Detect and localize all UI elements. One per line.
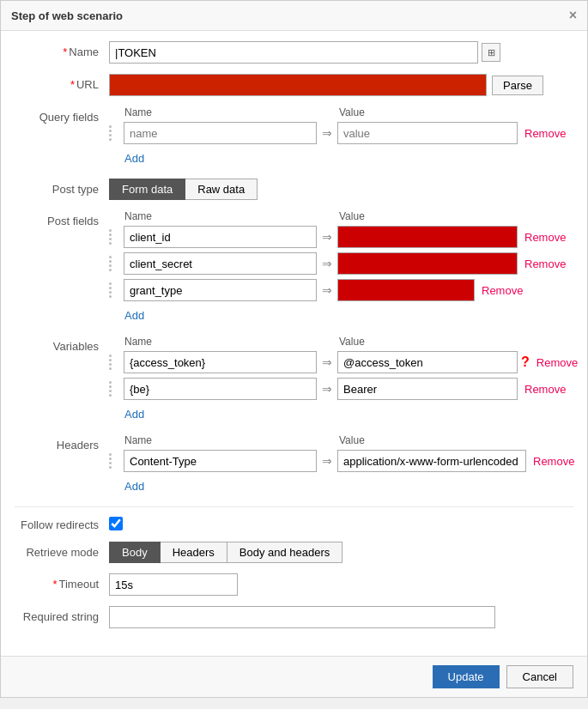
- drag-handle[interactable]: [109, 381, 121, 397]
- post-value-header: Value: [339, 210, 365, 222]
- query-name-input[interactable]: [124, 122, 317, 144]
- retrieve-mode-label: Retrieve mode: [15, 542, 109, 559]
- post-name-header: Name: [109, 210, 315, 222]
- timeout-row: *Timeout: [15, 573, 573, 596]
- drag-handle[interactable]: [109, 453, 121, 469]
- hdr-value-content-type[interactable]: [337, 450, 526, 472]
- post-type-label: Post type: [15, 179, 109, 196]
- post-value-grant-type[interactable]: [337, 279, 475, 301]
- name-input[interactable]: [109, 41, 478, 64]
- post-field-row-grant-type: ⇒ Remove: [109, 279, 573, 301]
- post-name-client-id[interactable]: [124, 226, 317, 248]
- follow-redirects-label: Follow redirects: [15, 514, 109, 531]
- retrieve-headers-button[interactable]: Headers: [161, 542, 227, 563]
- arrow-sep: ⇒: [317, 126, 337, 140]
- dialog-footer: Update Cancel: [1, 656, 587, 697]
- post-type-buttons: Form data Raw data: [109, 179, 573, 200]
- var-value-be[interactable]: [337, 378, 518, 400]
- post-field-row-client-secret: ⇒ Remove: [109, 252, 573, 275]
- post-type-row: Post type Form data Raw data: [15, 179, 573, 200]
- post-type-form-data[interactable]: Form data: [109, 179, 185, 200]
- required-string-row: Required string: [15, 606, 573, 628]
- variables-row: Variables Name Value ⇒ ? Remove: [15, 336, 573, 424]
- question-mark-icon: ?: [521, 354, 530, 370]
- retrieve-mode-row: Retrieve mode Body Headers Body and head…: [15, 542, 573, 563]
- variables-label: Variables: [15, 336, 109, 353]
- hdr-name-content-type[interactable]: [124, 450, 317, 472]
- post-type-raw-data[interactable]: Raw data: [185, 179, 258, 200]
- arrow-sep: ⇒: [317, 382, 337, 396]
- var-row-access-token: ⇒ ? Remove: [109, 351, 578, 373]
- post-fields-label: Post fields: [15, 210, 109, 227]
- query-add-link[interactable]: Add: [109, 152, 144, 165]
- arrow-sep: ⇒: [317, 355, 337, 369]
- var-value-header: Value: [339, 336, 365, 348]
- post-remove-client-id[interactable]: Remove: [524, 231, 566, 244]
- dialog-body: *Name ⊞ *URL Parse: [1, 31, 587, 649]
- cancel-button[interactable]: Cancel: [506, 665, 573, 688]
- follow-redirects-row: Follow redirects: [15, 514, 573, 531]
- arrow-sep: ⇒: [317, 454, 337, 468]
- divider: [15, 506, 573, 507]
- post-add-link[interactable]: Add: [109, 309, 144, 322]
- step-dialog: Step of web scenario × *Name ⊞ *URL: [0, 0, 588, 698]
- required-string-input[interactable]: [109, 606, 495, 628]
- timeout-input[interactable]: [109, 573, 238, 596]
- query-remove-link[interactable]: Remove: [524, 127, 566, 140]
- drag-handle[interactable]: [109, 229, 121, 245]
- var-name-access-token[interactable]: [124, 351, 317, 373]
- query-fields-row: Query fields Name Value ⇒ Remove Add: [15, 106, 573, 168]
- post-remove-grant-type[interactable]: Remove: [482, 284, 523, 297]
- hdr-add-link[interactable]: Add: [109, 480, 144, 493]
- var-row-be: ⇒ Remove: [109, 378, 578, 400]
- hdr-remove-content-type[interactable]: Remove: [533, 455, 574, 468]
- query-value-input[interactable]: [337, 122, 518, 144]
- retrieve-body-headers-button[interactable]: Body and headers: [227, 542, 343, 563]
- update-button[interactable]: Update: [433, 665, 500, 688]
- drag-handle[interactable]: [109, 354, 121, 370]
- arrow-sep: ⇒: [317, 257, 337, 270]
- url-row: *URL Parse: [15, 74, 573, 96]
- headers-row: Headers Name Value ⇒ Remove Add: [15, 434, 573, 496]
- arrow-sep: ⇒: [317, 283, 337, 297]
- close-icon[interactable]: ×: [569, 8, 577, 23]
- var-remove-be[interactable]: Remove: [524, 383, 566, 396]
- post-fields-row: Post fields Name Value ⇒ Remove: [15, 210, 573, 325]
- dialog-title-bar: Step of web scenario ×: [1, 1, 587, 31]
- query-name-header: Name: [109, 106, 315, 118]
- post-remove-client-secret[interactable]: Remove: [524, 258, 566, 270]
- hdr-name-header: Name: [109, 434, 315, 446]
- var-value-access-token[interactable]: [337, 351, 518, 373]
- header-row-content-type: ⇒ Remove: [109, 450, 574, 472]
- parse-button[interactable]: Parse: [492, 76, 543, 95]
- retrieve-mode-buttons: Body Headers Body and headers: [109, 542, 573, 563]
- name-icon-button[interactable]: ⊞: [482, 43, 500, 62]
- query-fields-label: Query fields: [15, 106, 109, 124]
- drag-handle[interactable]: [109, 256, 121, 271]
- arrow-sep: ⇒: [317, 230, 337, 244]
- post-name-grant-type[interactable]: [124, 279, 317, 301]
- url-label: *URL: [15, 74, 109, 91]
- hdr-value-header: Value: [339, 434, 365, 446]
- headers-label: Headers: [15, 434, 109, 451]
- name-label: *Name: [15, 41, 109, 58]
- retrieve-body-button[interactable]: Body: [109, 542, 161, 563]
- var-name-be[interactable]: [124, 378, 317, 400]
- follow-redirects-checkbox[interactable]: [109, 517, 123, 530]
- var-add-link[interactable]: Add: [109, 408, 144, 421]
- query-field-row: ⇒ Remove: [109, 122, 573, 144]
- post-value-client-id[interactable]: [337, 226, 518, 248]
- post-field-row-client-id: ⇒ Remove: [109, 226, 573, 248]
- name-row: *Name ⊞: [15, 41, 573, 64]
- post-name-client-secret[interactable]: [124, 252, 317, 275]
- post-value-client-secret[interactable]: [337, 252, 518, 275]
- dialog-title: Step of web scenario: [11, 9, 123, 22]
- var-name-header: Name: [109, 336, 315, 348]
- var-remove-access-token[interactable]: Remove: [536, 356, 578, 369]
- query-value-header: Value: [339, 106, 365, 118]
- drag-handle[interactable]: [109, 125, 121, 141]
- url-input[interactable]: [109, 74, 487, 96]
- required-string-label: Required string: [15, 606, 109, 623]
- timeout-label: *Timeout: [15, 573, 109, 591]
- drag-handle[interactable]: [109, 282, 121, 298]
